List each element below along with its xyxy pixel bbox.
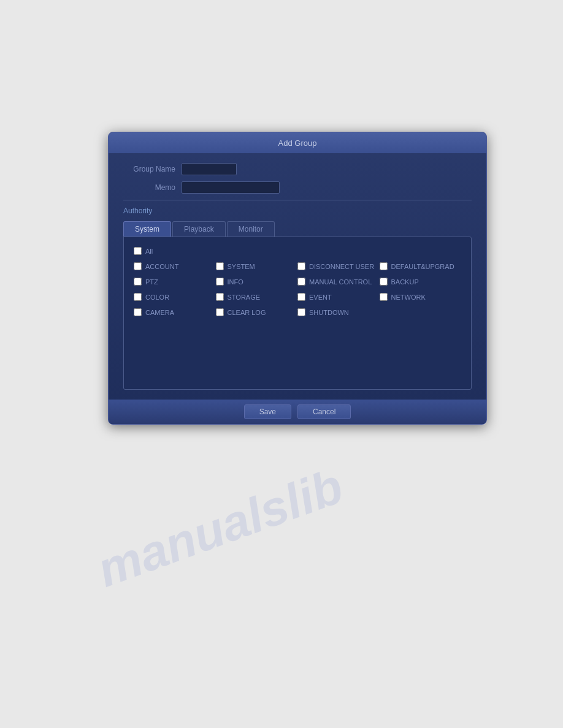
tabs-container: System Playback Monitor	[123, 221, 472, 237]
label-clear-log: CLEAR LOG	[228, 309, 266, 316]
list-item: NETWORK	[380, 293, 462, 301]
memo-row: Memo	[123, 181, 472, 194]
list-item: PTZ	[134, 278, 216, 286]
tab-content-system: All ACCOUNT PTZ	[123, 237, 472, 390]
label-network: NETWORK	[391, 294, 426, 301]
list-item: INFO	[216, 278, 298, 286]
divider	[123, 200, 472, 200]
tab-monitor[interactable]: Monitor	[227, 221, 275, 237]
tab-playback[interactable]: Playback	[172, 221, 226, 237]
label-account: ACCOUNT	[145, 263, 178, 270]
group-name-row: Group Name	[123, 163, 472, 175]
list-item: COLOR	[134, 293, 216, 301]
checkbox-shutdown[interactable]	[297, 308, 305, 316]
add-group-dialog: Add Group Group Name Memo Authority Syst…	[108, 132, 487, 425]
checkbox-system[interactable]	[216, 262, 224, 270]
permissions-grid: ACCOUNT PTZ COLOR CAMERA	[134, 262, 461, 316]
label-disconnect-user: DISCONNECT USER	[309, 263, 374, 270]
list-item: DEFAULT&UPGRAD	[380, 262, 462, 270]
memo-label: Memo	[123, 183, 175, 192]
watermark: manualslib	[90, 458, 350, 598]
all-row: All	[134, 247, 461, 255]
group-name-label: Group Name	[123, 165, 175, 173]
list-item: SYSTEM	[216, 262, 298, 270]
checkbox-backup[interactable]	[380, 278, 388, 286]
label-storage: STORAGE	[228, 294, 261, 301]
checkbox-ptz[interactable]	[134, 278, 142, 286]
label-manual-control: MANUAL CONTROL	[309, 278, 372, 286]
permission-col-4: DEFAULT&UPGRAD BACKUP NETWORK	[380, 262, 462, 316]
checkbox-all[interactable]	[134, 247, 142, 255]
checkbox-network[interactable]	[380, 293, 388, 301]
label-ptz: PTZ	[145, 278, 158, 286]
checkbox-default-upgrad[interactable]	[380, 262, 388, 270]
list-item: BACKUP	[380, 278, 462, 286]
checkbox-storage[interactable]	[216, 293, 224, 301]
list-item: EVENT	[297, 293, 380, 301]
list-item: CLEAR LOG	[216, 308, 298, 316]
label-default-upgrad: DEFAULT&UPGRAD	[391, 263, 454, 270]
page-background: manualslib Add Group Group Name Memo Aut…	[0, 0, 563, 728]
group-name-input[interactable]	[182, 163, 237, 175]
list-item: ACCOUNT	[134, 262, 216, 270]
permission-col-3: DISCONNECT USER MANUAL CONTROL EVENT	[297, 262, 380, 316]
checkbox-color[interactable]	[134, 293, 142, 301]
dialog-body: Group Name Memo Authority System Playbac…	[109, 153, 486, 400]
label-shutdown: SHUTDOWN	[309, 309, 349, 316]
checkbox-info[interactable]	[216, 278, 224, 286]
tab-system[interactable]: System	[123, 221, 171, 237]
label-event: EVENT	[309, 294, 332, 301]
save-button[interactable]: Save	[244, 404, 291, 419]
all-label: All	[145, 248, 153, 255]
label-camera: CAMERA	[145, 309, 174, 316]
checkbox-clear-log[interactable]	[216, 308, 224, 316]
checkbox-camera[interactable]	[134, 308, 142, 316]
checkbox-disconnect-user[interactable]	[297, 262, 305, 270]
authority-label: Authority	[123, 207, 472, 215]
label-backup: BACKUP	[391, 278, 419, 286]
list-item: SHUTDOWN	[297, 308, 380, 316]
cancel-button[interactable]: Cancel	[297, 404, 351, 419]
checkbox-manual-control[interactable]	[297, 278, 305, 286]
list-item: CAMERA	[134, 308, 216, 316]
permission-col-1: ACCOUNT PTZ COLOR CAMERA	[134, 262, 216, 316]
dialog-title-bar: Add Group	[109, 132, 486, 153]
label-info: INFO	[228, 278, 243, 286]
checkbox-account[interactable]	[134, 262, 142, 270]
dialog-footer: Save Cancel	[109, 400, 486, 424]
list-item: MANUAL CONTROL	[297, 278, 380, 286]
permission-col-2: SYSTEM INFO STORAGE CLEAR LOG	[216, 262, 298, 316]
memo-input[interactable]	[182, 181, 280, 194]
label-color: COLOR	[145, 294, 169, 301]
checkbox-event[interactable]	[297, 293, 305, 301]
label-system: SYSTEM	[228, 263, 255, 270]
list-item: STORAGE	[216, 293, 298, 301]
dialog-title: Add Group	[278, 138, 317, 148]
list-item: DISCONNECT USER	[297, 262, 380, 270]
